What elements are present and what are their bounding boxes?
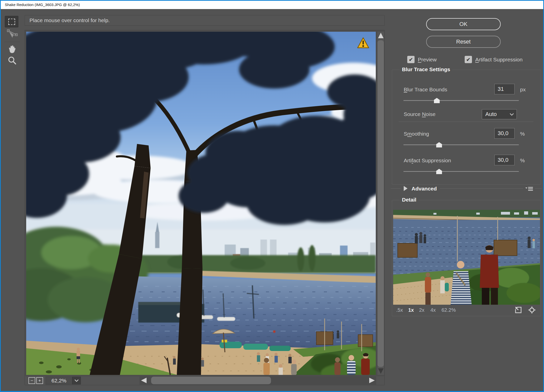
detail-loupe[interactable] xyxy=(393,210,540,305)
source-noise-dropdown[interactable]: Auto xyxy=(482,109,517,119)
slider-thumb[interactable] xyxy=(434,98,440,103)
source-noise-label: Source Noise xyxy=(404,111,435,117)
dashed-marquee-icon xyxy=(8,19,15,25)
preview-canvas: − + 62,2% xyxy=(25,30,385,385)
help-bar: Place mouse over control for help. xyxy=(25,15,385,26)
toolbar-divider xyxy=(4,42,20,42)
loupe-crosshair-icon[interactable] xyxy=(528,306,536,315)
hand-icon xyxy=(8,45,17,54)
horizontal-scrollbar[interactable] xyxy=(140,376,376,385)
photo-scene xyxy=(26,32,376,375)
detail-group: Detail xyxy=(392,200,541,316)
advanced-section[interactable]: Advanced xyxy=(391,185,542,192)
blur-estimation-tool[interactable] xyxy=(5,16,18,27)
detail-zoom-1x-button[interactable]: 1x xyxy=(408,307,414,313)
source-noise-value: Auto xyxy=(485,111,509,117)
smoothing-input[interactable] xyxy=(494,128,515,139)
smoothing-slider[interactable] xyxy=(403,142,519,147)
smoothing-unit: % xyxy=(520,131,525,137)
scroll-up-icon[interactable] xyxy=(378,33,384,38)
slider-track[interactable] xyxy=(403,100,519,101)
artifact-suppression-input[interactable] xyxy=(494,155,515,165)
blur-trace-settings-title: Blur Trace Settings xyxy=(400,66,452,72)
canvas-status-bar: − + 62,2% xyxy=(25,376,384,385)
slider-track[interactable] xyxy=(403,144,519,145)
blur-direction-tool[interactable] xyxy=(6,29,18,38)
dialog-content: Place mouse over control for help. xyxy=(1,9,543,391)
check-icon: ✔ xyxy=(409,57,413,63)
scroll-right-icon[interactable] xyxy=(369,378,375,383)
reset-button[interactable]: Reset xyxy=(426,36,501,48)
zoom-out-button[interactable]: − xyxy=(28,377,35,384)
detail-zoom-4x-button[interactable]: 4x xyxy=(430,307,436,313)
magnifier-icon xyxy=(8,56,17,65)
blur-trace-settings-group: Blur Trace Settings Blur Trace Bounds px… xyxy=(392,70,541,185)
slider-thumb[interactable] xyxy=(436,142,442,147)
artifact-suppression-unit: % xyxy=(520,158,525,164)
artifact-suppression-label: Artifact Suppression xyxy=(404,158,451,164)
scroll-left-icon[interactable] xyxy=(141,378,147,383)
detach-loupe-icon[interactable] xyxy=(515,306,522,315)
preview-checkbox[interactable]: ✔ xyxy=(407,56,415,63)
vertical-scrollbar-thumb[interactable] xyxy=(378,40,384,367)
detail-title: Detail xyxy=(400,197,419,203)
detail-photo xyxy=(393,210,540,305)
preview-image[interactable] xyxy=(26,32,376,375)
detail-zoom-half-button[interactable]: .5x xyxy=(396,307,403,313)
slider-thumb[interactable] xyxy=(436,169,442,174)
blur-trace-bounds-unit: px xyxy=(520,87,526,93)
settings-divider xyxy=(399,122,533,122)
ok-button[interactable]: OK xyxy=(426,18,501,30)
zoom-in-button[interactable]: + xyxy=(36,377,43,384)
artifact-suppression-slider[interactable] xyxy=(403,169,519,174)
help-text: Place mouse over control for help. xyxy=(29,17,110,23)
shake-reduction-dialog: Shake Reduction (IMG_3603.JPG @ 62,2%) xyxy=(0,0,544,392)
artifact-suppression-checkbox[interactable]: ✔ xyxy=(465,56,472,63)
detail-footer: .5x 1x 2x 4x 62.2% xyxy=(392,304,541,316)
blur-trace-bounds-slider[interactable] xyxy=(403,98,519,103)
slider-track[interactable] xyxy=(403,171,519,172)
window-title: Shake Reduction (IMG_3603.JPG @ 62,2%) xyxy=(5,3,80,7)
direction-arrow-icon xyxy=(6,29,18,38)
preview-checkbox-label[interactable]: Preview xyxy=(418,57,437,63)
artifact-suppression-checkbox-label[interactable]: Artifact Suppression xyxy=(475,57,523,63)
plus-icon: + xyxy=(38,378,41,383)
check-icon: ✔ xyxy=(466,57,471,63)
blur-trace-bounds-input[interactable] xyxy=(494,84,515,94)
zoom-percent-value: 62,2% xyxy=(51,378,66,384)
horizontal-scrollbar-thumb[interactable] xyxy=(151,377,271,384)
zoom-percent-dropdown[interactable] xyxy=(72,377,81,384)
vertical-scrollbar[interactable] xyxy=(377,32,384,375)
titlebar[interactable]: Shake Reduction (IMG_3603.JPG @ 62,2%) xyxy=(1,1,543,9)
minus-icon: − xyxy=(30,378,33,383)
zoom-tool[interactable] xyxy=(7,56,17,65)
advanced-label[interactable]: Advanced xyxy=(412,186,437,192)
triangle-right-icon[interactable] xyxy=(404,186,407,191)
scroll-down-icon[interactable] xyxy=(378,368,384,374)
warning-icon xyxy=(357,37,369,48)
smoothing-label: Smoothing xyxy=(404,131,429,137)
chevron-down-icon xyxy=(509,113,514,116)
detail-zoom-2x-button[interactable]: 2x xyxy=(419,307,424,313)
detail-zoom-current: 62.2% xyxy=(441,307,456,313)
flyout-menu-icon[interactable] xyxy=(525,186,533,192)
chevron-down-icon xyxy=(74,379,79,382)
hand-tool[interactable] xyxy=(7,45,17,54)
zoom-percent-field[interactable]: 62,2% xyxy=(46,377,72,384)
blur-trace-bounds-label: Blur Trace Bounds xyxy=(404,87,447,93)
